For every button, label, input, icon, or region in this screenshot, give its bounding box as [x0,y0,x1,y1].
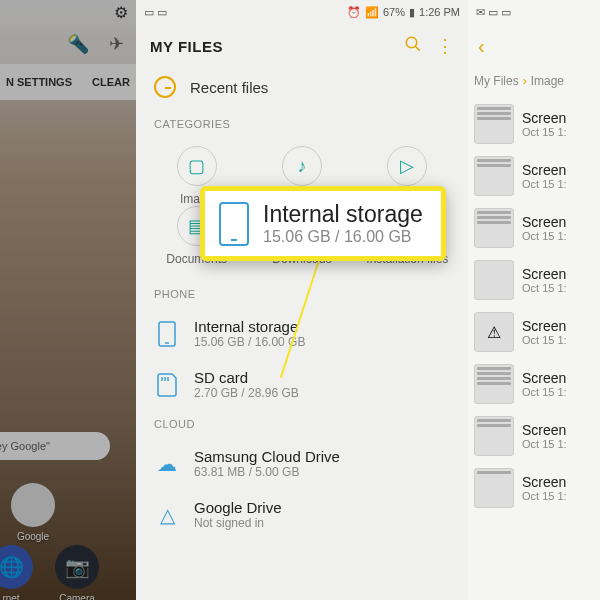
svg-point-0 [406,37,417,48]
storage-name: Samsung Cloud Drive [194,448,340,465]
list-item[interactable]: ⚠ScreenOct 15 1: [468,306,600,358]
status-bar-right: ✉ ▭ ▭ [468,0,600,24]
phone-icon [219,202,249,246]
wifi-icon: 📶 [365,6,379,19]
phone-header: PHONE [136,282,468,306]
camera-icon: 📷 [55,545,99,589]
image-icon: ▢ [177,146,217,186]
categories-header: CATEGORIES [136,112,468,136]
app-label: Camera [52,593,102,600]
notification-settings-row: N SETTINGS CLEAR [0,64,136,100]
storage-name: Google Drive [194,499,282,516]
list-item[interactable]: ScreenOct 15 1: [468,358,600,410]
app-label: rnet [0,593,36,600]
audio-icon: ♪ [282,146,322,186]
list-item[interactable]: ScreenOct 15 1: [468,254,600,306]
battery-pct: 67% [383,6,405,18]
storage-sub: 2.70 GB / 28.96 GB [194,386,299,400]
samsung-cloud-row[interactable]: ☁ Samsung Cloud Drive63.81 MB / 5.00 GB [154,438,450,489]
google-drive-row[interactable]: △ Google DriveNot signed in [154,489,450,540]
thumbnail [474,156,514,196]
list-item[interactable]: ScreenOct 15 1: [468,150,600,202]
clear-label[interactable]: CLEAR [92,76,130,88]
crumb-images: Image [531,74,564,88]
google-folder-icon [11,483,55,527]
phone-icon [154,321,180,347]
cloud-storage-list: ☁ Samsung Cloud Drive63.81 MB / 5.00 GB … [136,436,468,542]
airplane-icon[interactable]: ✈ [109,33,124,55]
more-icon[interactable]: ⋮ [436,35,454,57]
chevron-right-icon: › [523,74,527,88]
gear-icon[interactable]: ⚙ [114,3,128,22]
file-list: ScreenOct 15 1: ScreenOct 15 1: ScreenOc… [468,98,600,514]
list-item[interactable]: ScreenOct 15 1: [468,410,600,462]
home-screen-panel: ⚙ 🔦 ✈ N SETTINGS CLEAR "Hey Google" Goog… [0,0,136,600]
google-search-pill[interactable]: "Hey Google" [0,432,110,460]
crumb-myfiles: My Files [474,74,519,88]
cloud-icon: ☁ [154,451,180,477]
status-bar: ▭ ▭ ⏰ 📶 67% ▮ 1:26 PM [136,0,468,24]
quick-toggles: 🔦 ✈ [0,24,136,64]
app-google[interactable]: Google [8,483,58,542]
storage-sub: 63.81 MB / 5.00 GB [194,465,340,479]
alarm-icon: ⏰ [347,6,361,19]
thumbnail [474,468,514,508]
app-bar: MY FILES ⋮ [136,24,468,68]
app-camera[interactable]: 📷 Camera [52,545,102,600]
search-hint: "Hey Google" [0,440,50,452]
storage-sub: Not signed in [194,516,282,530]
clock-icon [154,76,176,98]
callout-internal-storage: Internal storage 15.06 GB / 16.00 GB [200,186,446,261]
list-item[interactable]: ScreenOct 15 1: [468,462,600,514]
app-label: Google [8,531,58,542]
battery-icon: ▮ [409,6,415,19]
home-wallpaper-area: "Hey Google" Google 🌐 rnet 📷 Camera [0,100,136,600]
app-internet[interactable]: 🌐 rnet [0,545,36,600]
notif-icon: ✉ ▭ ▭ [476,6,511,19]
flashlight-icon[interactable]: 🔦 [67,33,89,55]
settings-label[interactable]: N SETTINGS [6,76,72,88]
thumbnail [474,104,514,144]
callout-sub: 15.06 GB / 16.00 GB [263,228,423,246]
callout-title: Internal storage [263,201,423,228]
thumbnail [474,416,514,456]
gdrive-icon: △ [154,502,180,528]
thumbnail [474,364,514,404]
my-files-panel: ▭ ▭ ⏰ 📶 67% ▮ 1:26 PM MY FILES ⋮ Recent … [136,0,468,600]
storage-name: Internal storage [194,318,305,335]
thumbnail [474,260,514,300]
recent-files-row[interactable]: Recent files [136,68,468,112]
search-icon[interactable] [404,35,422,58]
list-item[interactable]: ScreenOct 15 1: [468,202,600,254]
phone-storage-list: Internal storage15.06 GB / 16.00 GB SD c… [136,306,468,412]
list-item[interactable]: ScreenOct 15 1: [468,98,600,150]
recent-label: Recent files [190,79,268,96]
thumbnail: ⚠ [474,312,514,352]
back-row[interactable]: ‹ [468,24,600,68]
internet-icon: 🌐 [0,545,33,589]
svg-line-1 [415,46,420,51]
left-topbar: ⚙ [0,0,136,24]
cloud-header: CLOUD [136,412,468,436]
thumbnail [474,208,514,248]
sd-card-row[interactable]: SD card2.70 GB / 28.96 GB [154,359,450,410]
sdcard-icon [154,372,180,398]
video-icon: ▷ [387,146,427,186]
notif-icon: ▭ ▭ [144,6,167,19]
page-title: MY FILES [150,38,223,55]
back-chevron-icon: ‹ [478,35,485,58]
breadcrumb[interactable]: My Files›Image [468,68,600,98]
images-list-panel: ✉ ▭ ▭ ‹ My Files›Image ScreenOct 15 1: S… [468,0,600,600]
clock-time: 1:26 PM [419,6,460,18]
